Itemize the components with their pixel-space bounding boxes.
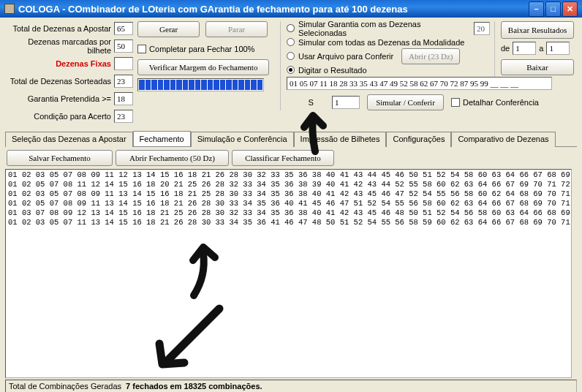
detalhar-label: Detalhar Conferência <box>463 98 539 107</box>
radio-icon <box>287 38 295 46</box>
a-input[interactable] <box>546 42 570 55</box>
radio-sim-todas[interactable]: Simular com todas as Dezenas da Modalida… <box>287 35 490 49</box>
radio-arquivo[interactable]: Usar Arquivo para Conferir Abrir (23 Dz) <box>287 49 490 63</box>
total-sorteadas-label: Total de Dezenas Sorteadas <box>5 77 111 86</box>
radio1-label: Simular Garantia com as Dezenas Selecion… <box>298 20 470 37</box>
tab-simulacao[interactable]: Simulação e Conferência <box>191 132 294 147</box>
status-bar: Total de Combinações Geradas 7 fechados … <box>5 380 577 392</box>
completar-label: Completar para Fechar 100% <box>149 45 254 53</box>
dezenas-marcadas-label: Dezenas marcadas por bilhete <box>5 37 111 55</box>
dezenas-marcadas-input[interactable] <box>114 39 133 53</box>
tab-impressao[interactable]: Impressão de Bilhetes <box>294 132 387 147</box>
parar-button[interactable]: Parar <box>205 21 268 37</box>
condicao-label: Condição para Acerto <box>5 112 111 121</box>
checkbox-icon <box>137 45 146 53</box>
abrir-fechamento-button[interactable]: Abrir Fechamento (50 Dz) <box>116 150 229 166</box>
de-input[interactable] <box>513 42 536 55</box>
radio-digitar[interactable]: Digitar o Resultado <box>287 63 490 77</box>
maximize-button[interactable]: □ <box>545 1 561 17</box>
condicao-input[interactable] <box>114 110 133 123</box>
simcom-input[interactable] <box>332 96 360 109</box>
dezenas-fixas-label: Dezenas Fixas <box>5 59 111 68</box>
verificar-button[interactable]: Verificar Margem do Fechamento <box>137 59 269 75</box>
total-dezenas-input[interactable] <box>114 22 133 35</box>
tab-comparativo[interactable]: Comparativo de Dezenas <box>451 132 555 147</box>
a-label: a <box>539 44 543 53</box>
salvar-fechamento-button[interactable]: Salvar Fechamento <box>7 150 113 166</box>
completar-checkbox[interactable]: Completar para Fechar 100% <box>137 42 276 56</box>
gerar-button[interactable]: Gerar <box>137 21 200 37</box>
status-value: 7 fechados em 18325 combinações. <box>126 382 262 391</box>
tab-fechamento[interactable]: Fechamento <box>133 131 191 146</box>
tabbar: Seleção das Dezenas a Apostar Fechamento… <box>5 131 577 147</box>
total-sorteadas-input[interactable] <box>114 75 133 88</box>
total-dezenas-label: Total de Dezenas a Apostar <box>5 24 111 33</box>
radio-icon <box>287 24 295 32</box>
classificar-fechamento-button[interactable]: Classificar Fechamento <box>232 150 334 166</box>
status-label: Total de Combinações Geradas <box>9 382 121 391</box>
progress-bar <box>137 78 264 91</box>
radio-icon <box>287 66 295 74</box>
simcom-label: Som <box>287 98 325 107</box>
resultado-input[interactable] <box>287 77 552 90</box>
baixar-resultados-button[interactable]: Baixar Resultados <box>501 21 574 39</box>
radio4-label: Digitar o Resultado <box>298 66 367 75</box>
baixar-button[interactable]: Baixar <box>501 59 574 75</box>
simular-button[interactable]: Simular / Conferir <box>367 94 444 110</box>
garantia-input[interactable] <box>114 92 133 105</box>
detalhar-checkbox[interactable]: Detalhar Conferência <box>451 95 539 110</box>
close-button[interactable]: ✕ <box>562 1 578 17</box>
combinations-list[interactable]: 01 02 03 05 07 08 09 11 12 13 14 15 16 1… <box>5 169 572 378</box>
dezenas-fixas-input[interactable] <box>114 57 133 70</box>
checkbox-icon <box>451 98 460 107</box>
radio1-value <box>474 22 490 35</box>
titlebar: COLOGA - COmbinador de LOteria com GAran… <box>0 0 582 18</box>
minimize-button[interactable]: – <box>529 1 544 17</box>
app-icon <box>4 4 15 14</box>
garantia-label: Garantia Pretendida >= <box>5 94 111 103</box>
tab-config[interactable]: Configurações <box>386 132 451 147</box>
radio3-label: Usar Arquivo para Conferir <box>298 52 393 61</box>
de-label: de <box>501 44 510 53</box>
abrir-arquivo-button[interactable]: Abrir (23 Dz) <box>401 48 460 64</box>
radio-sim-selecionadas[interactable]: Simular Garantia com as Dezenas Selecion… <box>287 21 490 35</box>
radio2-label: Simular com todas as Dezenas da Modalida… <box>298 38 464 47</box>
window-title: COLOGA - COmbinador de LOteria com GAran… <box>18 4 529 15</box>
tab-selecao[interactable]: Seleção das Dezenas a Apostar <box>5 132 133 147</box>
radio-icon <box>287 52 295 60</box>
